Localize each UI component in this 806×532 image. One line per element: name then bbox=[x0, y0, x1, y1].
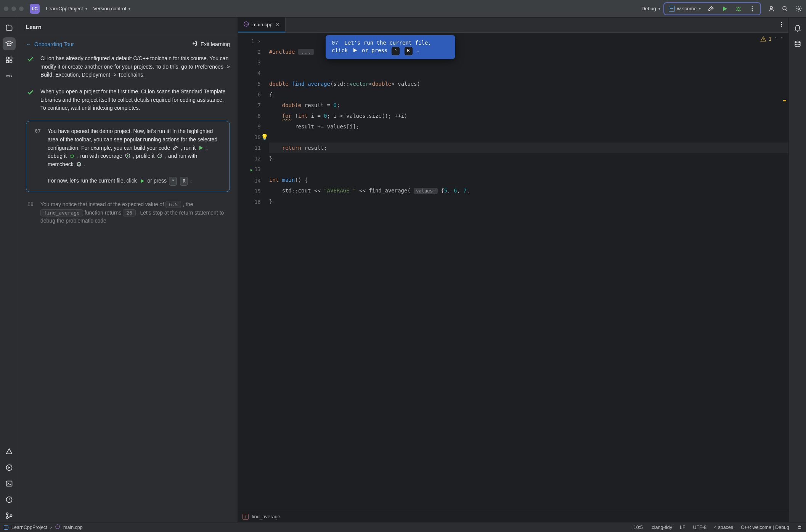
svg-point-5 bbox=[783, 6, 786, 10]
svg-point-13 bbox=[11, 75, 12, 76]
search-icon[interactable] bbox=[782, 5, 788, 12]
window-traffic-lights[interactable] bbox=[4, 6, 24, 11]
right-tool-strip bbox=[788, 18, 806, 522]
breadcrumb-function: find_average bbox=[252, 514, 280, 519]
hammer-icon bbox=[172, 145, 178, 151]
database-tool-button[interactable] bbox=[791, 37, 804, 50]
learn-panel-title: Learn bbox=[18, 18, 238, 35]
play-icon bbox=[721, 5, 728, 12]
editor-tab-main-cpp[interactable]: c+ main.cpp ✕ bbox=[238, 18, 286, 32]
play-icon bbox=[139, 178, 145, 184]
chevron-down-icon: ▾ bbox=[85, 6, 87, 11]
code-body[interactable]: #include ... double find_average(std::ve… bbox=[269, 33, 788, 511]
status-encoding[interactable]: UTF-8 bbox=[693, 525, 706, 530]
step-complete-check-icon bbox=[26, 54, 35, 79]
run-button[interactable] bbox=[718, 4, 731, 14]
onboarding-back-button[interactable]: ← Onboarding Tour bbox=[26, 41, 74, 47]
svg-point-1 bbox=[752, 6, 753, 7]
collaborate-icon[interactable] bbox=[768, 5, 775, 12]
close-tab-icon[interactable]: ✕ bbox=[276, 22, 280, 27]
readonly-lock-icon[interactable] bbox=[797, 524, 802, 530]
inspections-widget[interactable]: 1 ˄ ˅ bbox=[760, 36, 784, 42]
services-tool-button[interactable] bbox=[3, 461, 16, 474]
code-literal: find_average bbox=[40, 209, 83, 216]
editor-breadcrumb[interactable]: f find_average bbox=[238, 511, 788, 522]
intention-bulb-icon[interactable]: 💡 bbox=[261, 132, 268, 143]
function-icon: f bbox=[242, 514, 249, 520]
svg-point-4 bbox=[770, 6, 772, 9]
svg-point-11 bbox=[6, 75, 7, 76]
build-config-dropdown[interactable]: Debug ▾ bbox=[638, 4, 663, 13]
run-config-dropdown[interactable]: welcome ▾ bbox=[666, 4, 704, 13]
notifications-button[interactable] bbox=[791, 21, 804, 34]
arrow-left-icon: ← bbox=[26, 41, 31, 47]
play-icon bbox=[198, 145, 204, 151]
svg-point-27 bbox=[781, 26, 782, 27]
status-run-config[interactable]: C++: welcome | Debug bbox=[741, 525, 789, 530]
learn-tool-button[interactable] bbox=[3, 37, 16, 50]
prev-highlight-icon[interactable]: ˄ bbox=[774, 37, 778, 42]
run-action-group: welcome ▾ bbox=[663, 2, 761, 15]
project-tool-button[interactable] bbox=[3, 21, 16, 34]
terminal-tool-button[interactable] bbox=[3, 477, 16, 490]
exit-learning-button[interactable]: Exit learning bbox=[191, 40, 230, 48]
svg-rect-10 bbox=[10, 61, 12, 63]
learn-callout: 07 Let's run the current file, click or … bbox=[326, 35, 455, 59]
project-dropdown[interactable]: LearnCppProject ▾ bbox=[43, 4, 90, 13]
learn-step-future: 08 You may notice that instead of the ex… bbox=[26, 200, 230, 225]
learn-panel: Learn ← Onboarding Tour Exit learning CL… bbox=[18, 18, 238, 522]
memcheck-icon bbox=[76, 161, 82, 167]
code-editor[interactable]: 07 Let's run the current file, click or … bbox=[238, 33, 788, 511]
svg-point-3 bbox=[752, 10, 753, 11]
build-button[interactable] bbox=[705, 4, 718, 14]
status-linter[interactable]: .clang-tidy bbox=[650, 525, 672, 530]
kbd-ctrl: ⌃ bbox=[169, 177, 177, 186]
exit-icon bbox=[191, 40, 197, 48]
code-literal: 26 bbox=[123, 209, 136, 216]
status-file[interactable]: main.cpp bbox=[63, 525, 83, 530]
vcs-dropdown[interactable]: Version control ▾ bbox=[90, 4, 133, 13]
learn-step-current: 07 You have opened the demo project. Now… bbox=[26, 121, 230, 192]
kbd-r: R bbox=[405, 47, 413, 55]
more-run-actions-button[interactable] bbox=[746, 4, 759, 14]
step-number: 08 bbox=[27, 201, 34, 225]
kbd-ctrl: ⌃ bbox=[392, 47, 400, 55]
folded-region[interactable]: ... bbox=[298, 49, 314, 55]
svg-point-0 bbox=[737, 8, 740, 11]
settings-icon[interactable] bbox=[795, 5, 802, 12]
project-name: LearnCppProject bbox=[46, 6, 83, 11]
status-indent[interactable]: 4 spaces bbox=[714, 525, 733, 530]
chevron-down-icon: ▾ bbox=[658, 6, 660, 11]
svg-point-28 bbox=[795, 41, 800, 43]
more-tools-button[interactable] bbox=[3, 69, 16, 82]
status-eol[interactable]: LF bbox=[680, 525, 686, 530]
callout-number: 07 bbox=[332, 40, 338, 46]
svg-point-29 bbox=[56, 525, 60, 529]
run-config-name: welcome bbox=[677, 6, 697, 11]
onboarding-back-label: Onboarding Tour bbox=[34, 41, 74, 47]
cmake-tool-button[interactable] bbox=[3, 445, 16, 458]
svg-text:c+: c+ bbox=[245, 23, 248, 26]
vcs-tool-button[interactable] bbox=[3, 509, 16, 522]
bug-icon bbox=[69, 153, 75, 159]
svg-point-18 bbox=[6, 517, 8, 519]
problems-tool-button[interactable] bbox=[3, 493, 16, 506]
svg-point-17 bbox=[6, 513, 8, 515]
svg-point-26 bbox=[781, 24, 782, 25]
project-status-icon[interactable] bbox=[4, 525, 8, 530]
left-tool-strip bbox=[0, 18, 18, 522]
warning-stripe[interactable] bbox=[783, 100, 786, 101]
gutter[interactable]: 1 ›23456789101112▶13141516 bbox=[238, 33, 269, 511]
editor-tab-label: main.cpp bbox=[252, 22, 273, 27]
svg-rect-30 bbox=[798, 526, 801, 528]
play-icon bbox=[352, 47, 358, 53]
debug-button[interactable] bbox=[732, 4, 745, 14]
status-project[interactable]: LearnCppProject bbox=[11, 525, 47, 530]
status-caret-pos[interactable]: 10:5 bbox=[634, 525, 643, 530]
structure-tool-button[interactable] bbox=[3, 53, 16, 66]
next-highlight-icon[interactable]: ˅ bbox=[780, 37, 784, 42]
bug-icon bbox=[735, 5, 742, 12]
editor-options-button[interactable] bbox=[775, 21, 788, 29]
inlay-hint: values: bbox=[414, 188, 438, 194]
svg-point-12 bbox=[8, 75, 10, 76]
